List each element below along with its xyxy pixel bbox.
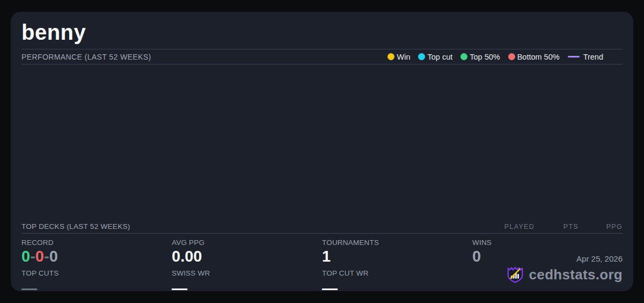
generated-date: Apr 25, 2026 bbox=[506, 254, 623, 263]
trend-line-icon bbox=[568, 56, 580, 57]
tournaments-value: 1 bbox=[322, 248, 472, 265]
record-separator: - bbox=[30, 248, 35, 265]
top-decks-section-title: TOP DECKS (LAST 52 WEEKS) bbox=[21, 222, 130, 230]
performance-chart-area bbox=[11, 64, 633, 220]
card-footer: Apr 25, 2026 cedhstats.org bbox=[506, 254, 623, 284]
column-header-ppg: PPG bbox=[579, 223, 623, 230]
bottom-50-dot-icon bbox=[508, 53, 515, 60]
stat-label: WINS bbox=[472, 239, 623, 247]
stat-label: TOURNAMENTS bbox=[322, 239, 472, 247]
top-cuts-value: — bbox=[21, 283, 172, 295]
legend-label: Top 50% bbox=[470, 53, 500, 61]
performance-section-title: PERFORMANCE (LAST 52 WEEKS) bbox=[21, 53, 151, 61]
stat-label: RECORD bbox=[21, 239, 172, 247]
stat-label: TOP CUTS bbox=[21, 269, 172, 277]
legend-label: Trend bbox=[583, 53, 603, 61]
legend-item-top-50: Top 50% bbox=[460, 53, 500, 61]
legend-item-win: Win bbox=[387, 53, 410, 61]
record-losses: 0 bbox=[35, 248, 44, 265]
top-cut-dot-icon bbox=[418, 53, 425, 60]
performance-header-row: PERFORMANCE (LAST 52 WEEKS) Win Top cut … bbox=[21, 49, 623, 64]
legend-label: Win bbox=[397, 53, 410, 61]
chart-legend: Win Top cut Top 50% Bottom 50% Trend bbox=[387, 53, 603, 61]
legend-label: Top cut bbox=[427, 53, 452, 61]
cedhstats-shield-logo-icon bbox=[506, 265, 525, 284]
stat-label: TOP CUT WR bbox=[322, 269, 472, 277]
win-dot-icon bbox=[387, 53, 394, 60]
top-decks-column-headers: PLAYED PTS PPG bbox=[491, 223, 623, 230]
column-header-played: PLAYED bbox=[491, 223, 535, 230]
top-50-dot-icon bbox=[460, 53, 467, 60]
stat-label: AVG PPG bbox=[172, 239, 322, 247]
stat-label: SWISS WR bbox=[172, 269, 322, 277]
record-separator: - bbox=[44, 248, 49, 265]
legend-item-bottom-50: Bottom 50% bbox=[508, 53, 560, 61]
stat-avg-ppg: AVG PPG 0.00 SWISS WR — bbox=[172, 239, 322, 295]
brand-name: cedhstats.org bbox=[529, 266, 623, 283]
legend-item-top-cut: Top cut bbox=[418, 53, 452, 61]
brand: cedhstats.org bbox=[506, 265, 623, 284]
top-cut-wr-value: — bbox=[322, 283, 472, 295]
player-name-title: benny bbox=[11, 12, 633, 49]
legend-label: Bottom 50% bbox=[517, 53, 560, 61]
avg-ppg-value: 0.00 bbox=[172, 248, 322, 265]
player-stats-card: benny PERFORMANCE (LAST 52 WEEKS) Win To… bbox=[11, 12, 633, 291]
record-draws: 0 bbox=[49, 248, 58, 265]
stat-tournaments: TOURNAMENTS 1 TOP CUT WR — bbox=[322, 239, 472, 295]
legend-item-trend: Trend bbox=[568, 53, 603, 61]
top-decks-header-row: TOP DECKS (LAST 52 WEEKS) PLAYED PTS PPG bbox=[21, 220, 623, 234]
stat-record: RECORD 0-0-0 TOP CUTS — bbox=[21, 239, 172, 295]
record-value: 0-0-0 bbox=[21, 248, 172, 265]
column-header-pts: PTS bbox=[535, 223, 579, 230]
swiss-wr-value: — bbox=[172, 283, 322, 295]
record-wins: 0 bbox=[21, 248, 30, 265]
